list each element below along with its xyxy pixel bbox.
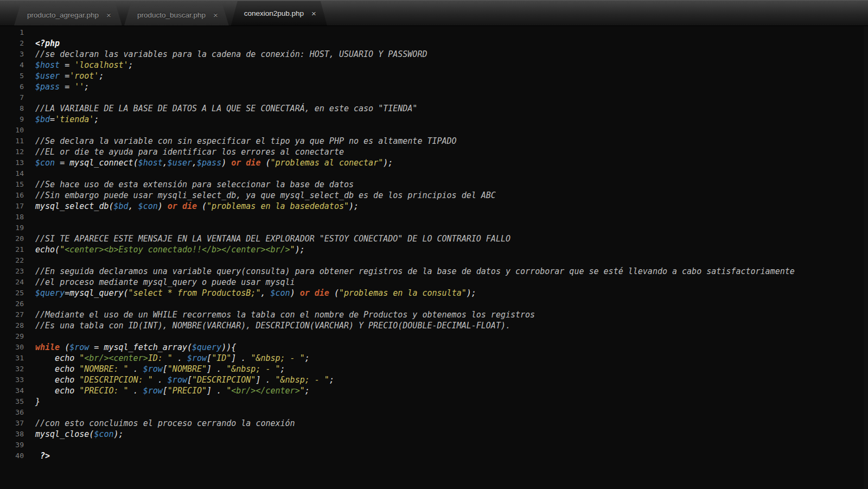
code-token: $host bbox=[35, 60, 60, 70]
code-line[interactable]: 22 bbox=[0, 255, 868, 266]
code-token: echo bbox=[35, 375, 79, 385]
code-token: ( bbox=[197, 201, 207, 211]
code-text: $bd='tienda'; bbox=[24, 114, 99, 125]
code-text: //Sin embargo puede usar mysqli_select_d… bbox=[24, 190, 496, 201]
code-token: $bd bbox=[35, 115, 50, 124]
code-token: $row bbox=[187, 353, 207, 363]
code-line[interactable]: 34 echo "PRECIO: " . $row["PRECIO"] . "<… bbox=[0, 385, 868, 396]
code-token: $con bbox=[35, 158, 55, 168]
code-line[interactable]: 16//Sin embargo puede usar mysqli_select… bbox=[0, 190, 868, 201]
code-line[interactable]: 8//LA VARIABLE DE LA BASE DE DATOS A LA … bbox=[0, 103, 868, 114]
code-line[interactable]: 40 ?> bbox=[0, 450, 868, 461]
tab-close-icon[interactable]: × bbox=[213, 11, 218, 19]
code-line[interactable]: 3//se declaran las variables para la cad… bbox=[0, 49, 868, 60]
code-line[interactable]: 36 bbox=[0, 407, 868, 418]
code-line[interactable]: 25$query=mysql_query("select * from Prod… bbox=[0, 288, 868, 299]
code-token: //En seguida declaramos una variable que… bbox=[35, 266, 795, 276]
code-token: ( bbox=[133, 158, 138, 168]
scrollbar[interactable] bbox=[864, 26, 868, 489]
code-line[interactable]: 1 bbox=[0, 27, 868, 38]
line-number: 23 bbox=[0, 266, 24, 277]
code-token: or die bbox=[168, 201, 197, 211]
code-token: or die bbox=[300, 288, 329, 298]
code-token: mysql_select_db bbox=[35, 201, 108, 211]
code-token: ] . bbox=[256, 375, 275, 385]
code-line[interactable]: 35} bbox=[0, 396, 868, 407]
code-line[interactable]: 7 bbox=[0, 92, 868, 103]
tab-conexion2pub[interactable]: conexion2pub.php × bbox=[231, 1, 327, 26]
code-line[interactable]: 18 bbox=[0, 212, 868, 223]
code-line[interactable]: 27//Mediante el uso de un WHILE recorrem… bbox=[0, 309, 868, 320]
code-line[interactable]: 33 echo "DESCRIPCION: " . $row["DESCRIPC… bbox=[0, 374, 868, 385]
line-number: 35 bbox=[0, 396, 24, 407]
code-text: $user ='root'; bbox=[24, 71, 104, 81]
code-token: = bbox=[89, 342, 104, 352]
code-token: //Se declara la variable con sin especif… bbox=[35, 136, 457, 146]
code-editor[interactable]: 12<?php3//se declaran las variables para… bbox=[0, 26, 868, 489]
code-token: ; bbox=[99, 71, 104, 81]
code-line[interactable]: 29 bbox=[0, 331, 868, 342]
code-token: ( bbox=[329, 288, 339, 298]
code-token: ; bbox=[305, 386, 310, 396]
line-number: 14 bbox=[0, 168, 24, 179]
tab-close-icon[interactable]: × bbox=[311, 9, 316, 17]
code-line[interactable]: 31 echo "<br/><center>ID: " . $row["ID"]… bbox=[0, 353, 868, 364]
code-line[interactable]: 20//SI TE APARECE ESTE MENSAJE EN LA VEN… bbox=[0, 233, 868, 244]
code-text: <?php bbox=[24, 38, 60, 49]
tab-close-icon[interactable]: × bbox=[106, 11, 111, 19]
code-line[interactable]: 11//Se declara la variable con sin espec… bbox=[0, 136, 868, 147]
tab-producto-buscar[interactable]: producto_buscar.php × bbox=[124, 4, 229, 26]
code-line[interactable]: 6$pass = ''; bbox=[0, 81, 868, 92]
code-token: ) bbox=[221, 158, 231, 168]
code-token: ( bbox=[108, 201, 113, 211]
code-token: //EL or die te ayuda para identificar lo… bbox=[35, 147, 344, 157]
code-line[interactable]: 38mysql_close($con); bbox=[0, 429, 868, 440]
code-line[interactable]: 24//el proceso mediante mysql_query o pu… bbox=[0, 277, 868, 288]
code-line[interactable]: 32 echo "NOMBRE: " . $row["NOMBRE"] . "&… bbox=[0, 364, 868, 374]
code-text: //En seguida declaramos una variable que… bbox=[24, 266, 795, 277]
code-line[interactable]: 5$user ='root'; bbox=[0, 71, 868, 81]
code-token: mysql_connect bbox=[69, 158, 133, 168]
code-token: ) bbox=[158, 201, 168, 211]
code-token: = bbox=[60, 60, 74, 70]
code-line[interactable]: 37//con esto concluimos el proceso cerra… bbox=[0, 418, 868, 429]
code-text: //Es una tabla con ID(INT), NOMBRE(VARCH… bbox=[24, 320, 510, 331]
code-line[interactable]: 12//EL or die te ayuda para identificar … bbox=[0, 147, 868, 157]
code-line[interactable]: 39 bbox=[0, 440, 868, 450]
code-token: " bbox=[226, 386, 231, 396]
code-text bbox=[24, 212, 35, 223]
code-line[interactable]: 14 bbox=[0, 168, 868, 179]
code-token: //LA VARIABLE DE LA BASE DE DATOS A LA Q… bbox=[35, 104, 417, 113]
code-text: //SI TE APARECE ESTE MENSAJE EN LA VENTA… bbox=[24, 233, 510, 244]
tab-producto-agregar[interactable]: producto_agregar.php × bbox=[14, 4, 122, 26]
code-text bbox=[24, 125, 35, 136]
line-number: 8 bbox=[0, 103, 24, 114]
code-line[interactable]: 19 bbox=[0, 223, 868, 233]
code-line[interactable]: 26 bbox=[0, 299, 868, 309]
code-line[interactable]: 2<?php bbox=[0, 38, 868, 49]
code-token: or die bbox=[231, 158, 260, 168]
line-number: 37 bbox=[0, 418, 24, 429]
code-token: [ bbox=[163, 386, 168, 396]
code-token: <br/></center> bbox=[231, 386, 299, 396]
code-token: $pass bbox=[197, 158, 221, 168]
code-line[interactable]: 13$con = mysql_connect($host,$user,$pass… bbox=[0, 157, 868, 168]
code-token: //el proceso mediante mysql_query o pued… bbox=[35, 277, 295, 287]
code-line[interactable]: 30while ($row = mysql_fetch_array($query… bbox=[0, 342, 868, 353]
code-token: "NOMBRE: " bbox=[79, 364, 128, 374]
code-line[interactable]: 10 bbox=[0, 125, 868, 136]
code-line[interactable]: 23//En seguida declaramos una variable q… bbox=[0, 266, 868, 277]
code-line[interactable]: 21echo("<center><b>Estoy conectado!!</b>… bbox=[0, 244, 868, 255]
code-line[interactable]: 17mysql_select_db($bd, $con) or die ("pr… bbox=[0, 201, 868, 212]
code-line[interactable]: 4$host = 'localhost'; bbox=[0, 60, 868, 71]
code-token: <center><b>Estoy conectado!!</b></center… bbox=[65, 245, 290, 255]
code-line[interactable]: 28//Es una tabla con ID(INT), NOMBRE(VAR… bbox=[0, 320, 868, 331]
line-number: 16 bbox=[0, 190, 24, 201]
code-line[interactable]: 9$bd='tienda'; bbox=[0, 114, 868, 125]
line-number: 13 bbox=[0, 157, 24, 168]
code-token: //Sin embargo puede usar mysqli_select_d… bbox=[35, 190, 496, 200]
line-number: 34 bbox=[0, 385, 24, 396]
code-line[interactable]: 15//Se hace uso de esta extensión para s… bbox=[0, 179, 868, 190]
code-token: . bbox=[129, 386, 143, 396]
code-token: $row bbox=[143, 386, 163, 396]
